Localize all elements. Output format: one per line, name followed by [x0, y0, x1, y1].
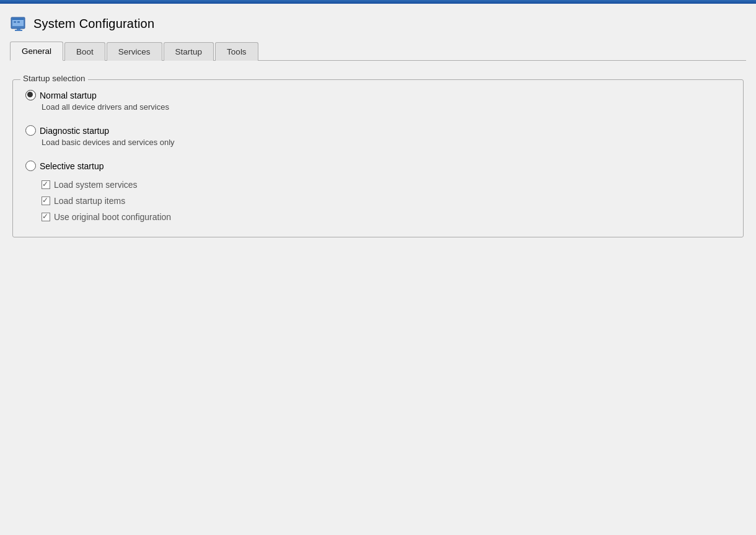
- content-area: Startup selection Normal startup Load al…: [0, 61, 756, 535]
- svg-rect-3: [14, 21, 16, 23]
- use-original-boot-checkbox[interactable]: [42, 213, 50, 221]
- system-config-window: System Configuration General Boot Servic…: [0, 0, 756, 535]
- selective-startup-option: Selective startup Load system services L…: [25, 161, 731, 222]
- load-system-services-checkbox[interactable]: [42, 180, 50, 189]
- svg-rect-4: [17, 21, 20, 23]
- svg-rect-6: [15, 30, 22, 31]
- normal-startup-label[interactable]: Normal startup: [25, 90, 731, 100]
- load-system-services-label[interactable]: Load system services: [42, 180, 731, 190]
- normal-startup-option: Normal startup Load all device drivers a…: [25, 90, 731, 112]
- selective-startup-label[interactable]: Selective startup: [25, 161, 731, 171]
- app-icon: [10, 15, 27, 32]
- normal-startup-radio[interactable]: [25, 90, 36, 100]
- load-startup-items-label[interactable]: Load startup items: [42, 196, 731, 206]
- diagnostic-startup-label[interactable]: Diagnostic startup: [25, 125, 731, 136]
- selective-startup-radio[interactable]: [25, 161, 36, 171]
- diagnostic-startup-radio[interactable]: [25, 125, 36, 136]
- svg-rect-2: [12, 19, 24, 20]
- tab-general[interactable]: General: [10, 42, 63, 61]
- tab-boot[interactable]: Boot: [64, 42, 105, 61]
- svg-rect-5: [17, 29, 20, 30]
- tab-startup[interactable]: Startup: [164, 42, 214, 61]
- selective-sub-options: Load system services Load startup items …: [42, 180, 731, 222]
- normal-startup-description: Load all device drivers and services: [42, 102, 731, 112]
- tab-services[interactable]: Services: [107, 42, 162, 61]
- group-box-legend: Startup selection: [20, 74, 88, 83]
- title-row: System Configuration: [10, 10, 746, 40]
- tab-bar: General Boot Services Startup Tools: [10, 41, 746, 61]
- diagnostic-startup-description: Load basic devices and services only: [42, 138, 731, 147]
- use-original-boot-label[interactable]: Use original boot configuration: [42, 212, 731, 222]
- startup-selection-group: Startup selection Normal startup Load al…: [12, 79, 744, 237]
- load-startup-items-checkbox[interactable]: [42, 197, 50, 205]
- window-chrome: System Configuration General Boot Servic…: [0, 4, 756, 61]
- tab-tools[interactable]: Tools: [215, 42, 258, 61]
- window-title: System Configuration: [33, 17, 154, 31]
- diagnostic-startup-option: Diagnostic startup Load basic devices an…: [25, 125, 731, 147]
